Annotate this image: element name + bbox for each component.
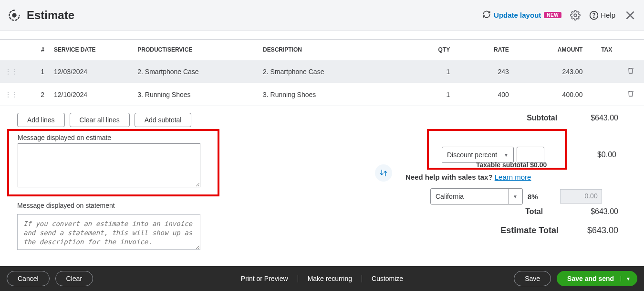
discount-value-input[interactable] [517, 147, 544, 163]
discount-row: Discount percent ▼ $0.00 [430, 147, 616, 163]
gear-icon[interactable] [570, 10, 581, 21]
cell-qty[interactable]: 1 [420, 60, 455, 83]
taxable-subtotal: Taxable subtotal $0.00 [476, 161, 547, 169]
customize-button[interactable]: Customize [362, 275, 413, 282]
tax-row: California ▼ 8% 0.00 [430, 188, 602, 205]
cell-qty[interactable]: 1 [420, 83, 455, 106]
clear-all-lines-button[interactable]: Clear all lines [70, 113, 130, 127]
cell-description[interactable]: 2. Smartphone Case [258, 60, 420, 83]
table-row[interactable]: ⋮⋮ 2 12/10/2024 3. Running Shoes 3. Runn… [0, 83, 644, 106]
col-product: PRODUCT/SERVICE [133, 40, 258, 60]
page-title: Estimate [27, 9, 74, 22]
cell-num: 1 [20, 60, 49, 83]
svg-point-1 [574, 14, 577, 17]
svg-point-3 [593, 17, 594, 18]
col-tax: TAX [587, 40, 617, 60]
svg-point-0 [13, 13, 16, 17]
col-service-date: SERVICE DATE [49, 40, 133, 60]
subtotal-value: $643.00 [591, 114, 618, 122]
cell-rate[interactable]: 400 [455, 83, 514, 106]
sales-tax-help: Need help with sales tax? Learn more [405, 173, 531, 181]
save-and-send-label: Save and send [567, 275, 614, 282]
new-badge: NEW [544, 12, 561, 18]
col-qty: QTY [420, 40, 455, 60]
estimate-icon [8, 9, 21, 22]
header: Estimate Update layout NEW Help [0, 0, 644, 31]
message-statement-input[interactable] [17, 214, 200, 250]
col-description: DESCRIPTION [258, 40, 420, 60]
help-button[interactable]: Help [589, 11, 615, 20]
cell-tax[interactable] [587, 60, 617, 83]
cell-num: 2 [20, 83, 49, 106]
taxable-subtotal-value: $0.00 [530, 161, 547, 169]
discount-type-select[interactable]: Discount percent ▼ [442, 147, 514, 163]
estimate-total-value: $643.00 [587, 226, 618, 236]
cell-date[interactable]: 12/03/2024 [49, 60, 133, 83]
add-subtotal-button[interactable]: Add subtotal [135, 113, 192, 127]
message-estimate-label: Message displayed on estimate [18, 134, 209, 141]
tax-jurisdiction-value: California [436, 193, 464, 200]
tax-amount: 0.00 [560, 189, 602, 204]
cell-product[interactable]: 3. Running Shoes [133, 83, 258, 106]
col-rate: RATE [455, 40, 514, 60]
table-row[interactable]: ⋮⋮ 1 12/03/2024 2. Smartphone Case 2. Sm… [0, 60, 644, 83]
cell-date[interactable]: 12/10/2024 [49, 83, 133, 106]
sales-tax-help-text: Need help with sales tax? [405, 173, 493, 181]
discount-amount: $0.00 [588, 151, 616, 159]
update-layout-link[interactable]: Update layout NEW [482, 10, 561, 20]
print-preview-button[interactable]: Print or Preview [231, 275, 298, 282]
total-value: $643.00 [591, 207, 618, 216]
make-recurring-button[interactable]: Make recurring [298, 275, 362, 282]
drag-handle-icon[interactable]: ⋮⋮ [5, 68, 18, 75]
help-label: Help [601, 11, 615, 19]
tax-jurisdiction-select[interactable]: California ▼ [430, 188, 523, 205]
subtotal-label: Subtotal [527, 114, 557, 122]
footer: Cancel Clear Print or Preview Make recur… [0, 266, 644, 291]
chevron-down-icon[interactable]: ▼ [621, 276, 631, 281]
discount-type-value: Discount percent [447, 151, 497, 159]
cell-tax[interactable] [587, 83, 617, 106]
swap-discount-tax-icon[interactable] [375, 164, 392, 182]
close-icon[interactable] [624, 9, 636, 22]
cancel-button[interactable]: Cancel [7, 271, 50, 286]
total-label: Total [525, 207, 543, 216]
update-layout-text: Update layout [494, 11, 541, 19]
line-items-table: # SERVICE DATE PRODUCT/SERVICE DESCRIPTI… [0, 39, 644, 106]
taxable-subtotal-label: Taxable subtotal [476, 161, 528, 169]
cell-rate[interactable]: 243 [455, 60, 514, 83]
learn-more-link[interactable]: Learn more [495, 173, 531, 181]
cell-amount: 243.00 [514, 60, 588, 83]
col-number: # [20, 40, 49, 60]
refresh-icon [482, 10, 491, 20]
tax-rate: 8% [528, 193, 538, 201]
message-statement-label: Message displayed on statement [17, 202, 203, 209]
save-button[interactable]: Save [514, 271, 551, 286]
message-statement-wrap: Message displayed on statement [17, 202, 203, 252]
cell-product[interactable]: 2. Smartphone Case [133, 60, 258, 83]
col-amount: AMOUNT [514, 40, 588, 60]
save-and-send-button[interactable]: Save and send ▼ [557, 271, 637, 286]
delete-row-icon[interactable] [627, 91, 634, 99]
drag-handle-icon[interactable]: ⋮⋮ [5, 91, 18, 98]
cell-amount: 400.00 [514, 83, 588, 106]
delete-row-icon[interactable] [627, 68, 634, 76]
chevron-down-icon: ▼ [504, 152, 509, 158]
add-lines-button[interactable]: Add lines [17, 113, 65, 127]
cell-description[interactable]: 3. Running Shoes [258, 83, 420, 106]
estimate-total-label: Estimate Total [500, 226, 559, 236]
message-estimate-input[interactable] [18, 143, 200, 187]
annotation-message-estimate: Message displayed on estimate [7, 129, 219, 196]
chevron-down-icon: ▼ [513, 194, 518, 199]
clear-button[interactable]: Clear [55, 271, 93, 286]
